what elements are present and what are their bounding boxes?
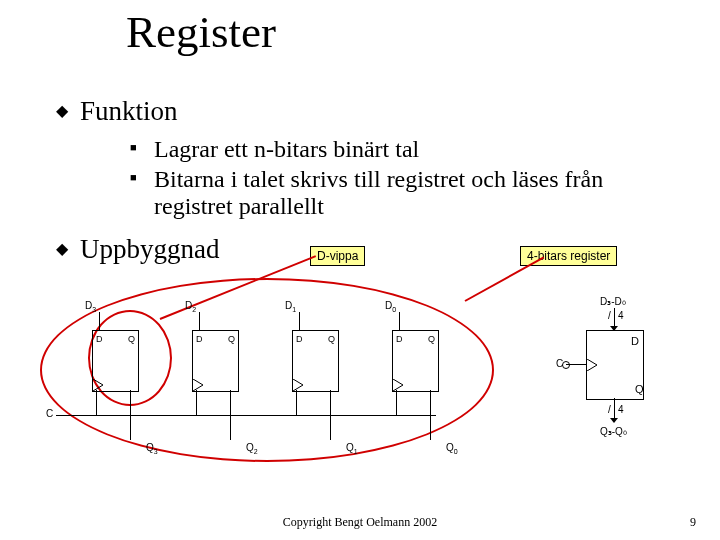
d1-label: D1	[285, 300, 296, 313]
bullet-sub1: Lagrar ett n-bitars binärt tal	[154, 136, 660, 163]
d2-label: D2	[185, 300, 196, 313]
d0-label: D0	[385, 300, 396, 313]
ff0-d: D	[396, 334, 403, 344]
annot-line-register	[465, 256, 545, 301]
d1-wire-in	[299, 312, 300, 330]
bus-top-width: 4	[618, 310, 624, 321]
bus-top-label: D₃-D₀	[600, 296, 626, 307]
flipflop-3: D Q	[92, 330, 139, 392]
page-number: 9	[690, 515, 696, 530]
ff1-q: Q	[328, 334, 335, 344]
arrow-down-icon	[610, 418, 618, 423]
reg-pin-d: D	[631, 335, 639, 347]
ff0-q: Q	[428, 334, 435, 344]
bullet-sub2: Bitarna i talet skrivs till registret oc…	[154, 166, 660, 220]
ff2-d: D	[196, 334, 203, 344]
clock-bubble-icon	[562, 361, 570, 369]
clock-triangle-icon	[193, 379, 205, 391]
clock-label: C	[46, 408, 53, 419]
ff3-d: D	[96, 334, 103, 344]
d2-wire-in	[199, 312, 200, 330]
d3-label: D3	[85, 300, 96, 313]
clock-triangle-icon	[393, 379, 405, 391]
clock-wire-h	[56, 415, 436, 416]
bus-bot-wire	[614, 398, 615, 420]
clock-triangle-icon	[293, 379, 305, 391]
d3-wire-in	[99, 312, 100, 330]
clock-triangle-icon	[587, 359, 599, 371]
q2-label: Q2	[246, 442, 258, 455]
label-d-vippa: D-vippa	[310, 246, 365, 266]
clk-stub-3	[96, 390, 97, 415]
clk-stub-0	[396, 390, 397, 415]
bus-bot-label: Q₃-Q₀	[600, 426, 627, 437]
q3-label: Q3	[146, 442, 158, 455]
bus-bot-width: 4	[618, 404, 624, 415]
clk-stub-2	[196, 390, 197, 415]
flipflop-1: D Q	[292, 330, 339, 392]
reg-pin-q: Q	[635, 383, 644, 395]
clk-stub-1	[296, 390, 297, 415]
bullet-uppbyggnad: Uppbyggnad	[80, 234, 219, 265]
ff1-d: D	[296, 334, 303, 344]
ff3-q: Q	[128, 334, 135, 344]
bus-top-slash: /	[608, 310, 611, 321]
q0-label: Q0	[446, 442, 458, 455]
bullet-funktion: Funktion	[80, 96, 178, 127]
register-block: D Q	[586, 330, 644, 400]
slide: Register Funktion Lagrar ett n-bitars bi…	[0, 0, 720, 540]
clock-triangle-icon	[93, 379, 105, 391]
slide-title: Register	[126, 6, 276, 58]
flipflop-2: D Q	[192, 330, 239, 392]
bus-bot-slash: /	[608, 404, 611, 415]
ff2-q: Q	[228, 334, 235, 344]
q1-label: Q1	[346, 442, 358, 455]
flipflop-0: D Q	[392, 330, 439, 392]
copyright-footer: Copyright Bengt Oelmann 2002	[0, 515, 720, 530]
d0-wire-in	[399, 312, 400, 330]
